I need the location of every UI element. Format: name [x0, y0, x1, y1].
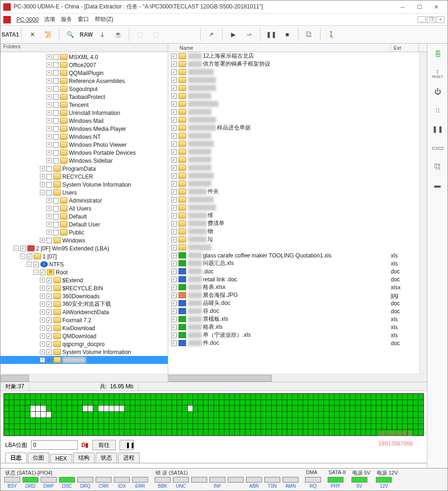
- tree-checkbox[interactable]: [53, 54, 59, 60]
- tree-checkbox[interactable]: [46, 333, 52, 339]
- tree-toggle-icon[interactable]: +: [40, 349, 45, 355]
- chip-icon[interactable]: ▬: [430, 178, 445, 193]
- tree-row[interactable]: +SogouInput: [0, 85, 168, 93]
- menu-pc3000[interactable]: PC-3000: [16, 16, 38, 23]
- list-checkbox[interactable]: [171, 109, 177, 115]
- tree-row[interactable]: +: [0, 356, 168, 364]
- list-checkbox[interactable]: [171, 213, 177, 219]
- list-row[interactable]: [168, 243, 419, 251]
- list-row[interactable]: 维: [168, 212, 419, 219]
- tab-进程[interactable]: 进程: [118, 453, 140, 463]
- list-checkbox[interactable]: [171, 173, 177, 179]
- tree-row[interactable]: +Reference Assemblies: [0, 77, 168, 85]
- tree-checkbox[interactable]: [53, 150, 59, 156]
- tree-toggle-icon[interactable]: +: [40, 166, 45, 171]
- tree-row[interactable]: +Default: [0, 212, 168, 220]
- db-refresh-icon[interactable]: 🗄: [430, 46, 445, 61]
- stack-icon[interactable]: ⿻: [430, 159, 445, 174]
- tree-row[interactable]: +QQMailPlugin: [0, 69, 168, 77]
- tree-checkbox[interactable]: [46, 302, 52, 307]
- tree-toggle-icon[interactable]: +: [46, 214, 52, 219]
- tree-checkbox[interactable]: [46, 286, 52, 291]
- list-checkbox[interactable]: [171, 221, 177, 227]
- tree-row[interactable]: +QMDownload: [0, 332, 168, 340]
- list-checkbox[interactable]: [171, 125, 177, 131]
- list-checkbox[interactable]: [171, 149, 177, 155]
- tree-toggle-icon[interactable]: +: [40, 310, 45, 315]
- mdi-close[interactable]: ×: [436, 16, 445, 23]
- tree-row[interactable]: +Windows Photo Viewer: [0, 141, 168, 149]
- tree-toggle-icon[interactable]: +: [40, 357, 45, 363]
- tree-toggle-icon[interactable]: +: [46, 222, 52, 227]
- lba-pause-button[interactable]: ❚❚: [119, 440, 134, 450]
- tab-HEX[interactable]: HEX: [50, 454, 72, 463]
- tree-toggle-icon[interactable]: +: [46, 126, 52, 131]
- script-icon[interactable]: 📜: [41, 28, 55, 42]
- skip-icon[interactable]: ⤻: [242, 28, 256, 42]
- person-icon[interactable]: 🚶: [324, 28, 338, 42]
- list-row[interactable]: 费清单: [168, 219, 419, 227]
- tree-row[interactable]: +Uninstall Information: [0, 109, 168, 117]
- tree-row[interactable]: +360安全浏览器下载: [0, 300, 168, 308]
- list-checkbox[interactable]: [171, 101, 177, 107]
- tree-row[interactable]: +$RECYCLE.BIN: [0, 284, 168, 292]
- lba-marker-icon[interactable]: D▮: [82, 442, 89, 448]
- tab-结构[interactable]: 结构: [73, 453, 95, 463]
- list-checkbox[interactable]: [171, 53, 177, 59]
- tree-row[interactable]: +System Volume Information: [0, 348, 168, 356]
- list-row[interactable]: [168, 100, 419, 108]
- raw-button[interactable]: RAW: [79, 28, 93, 42]
- tree-toggle-icon[interactable]: −: [27, 262, 32, 267]
- list-checkbox[interactable]: [171, 133, 177, 139]
- tree-toggle-icon[interactable]: +: [46, 78, 52, 83]
- tree-checkbox[interactable]: [46, 349, 52, 355]
- col-ext[interactable]: Ext: [391, 44, 419, 52]
- tree-toggle-icon[interactable]: +: [46, 230, 52, 235]
- list-checkbox[interactable]: [171, 277, 177, 282]
- tree-row[interactable]: +Foxmail 7.2: [0, 316, 168, 324]
- tree-checkbox[interactable]: [53, 198, 59, 204]
- sata-button[interactable]: SATA1: [3, 28, 17, 42]
- col-name[interactable]: Name: [177, 44, 391, 52]
- tree-checkbox[interactable]: [46, 190, 52, 196]
- tree-checkbox[interactable]: [46, 294, 52, 299]
- tree-row[interactable]: −iNTFS: [0, 260, 168, 268]
- filter-icon[interactable]: ☕: [111, 28, 125, 42]
- tree-row[interactable]: +ProgramData: [0, 165, 168, 173]
- list-row[interactable]: [168, 132, 419, 140]
- list-checkbox[interactable]: [171, 340, 177, 346]
- tree-row[interactable]: +TaobaoProtect: [0, 93, 168, 101]
- list-checkbox[interactable]: [171, 293, 177, 298]
- list-row[interactable]: 问题汇总.xls xls: [168, 259, 419, 267]
- tree-checkbox[interactable]: [53, 110, 59, 116]
- tree-row[interactable]: +qqpcmgr_docpro: [0, 340, 168, 348]
- tree-checkbox[interactable]: [53, 214, 59, 219]
- list-checkbox[interactable]: [171, 309, 177, 314]
- tree-row[interactable]: +Tencent: [0, 101, 168, 109]
- list-row[interactable]: [168, 140, 419, 148]
- list-checkbox[interactable]: [171, 301, 177, 306]
- list-checkbox[interactable]: [171, 189, 177, 195]
- vpause-icon[interactable]: ❚❚: [430, 121, 445, 136]
- close-button[interactable]: ✕: [428, 1, 445, 13]
- tree-toggle-icon[interactable]: −: [33, 270, 38, 275]
- folder-tree[interactable]: +MSXML 4.0+Office2007+QQMailPlugin+Refer…: [0, 52, 168, 374]
- tree-toggle-icon[interactable]: +: [46, 94, 52, 99]
- tree-checkbox[interactable]: [53, 62, 59, 68]
- tree-checkbox[interactable]: [53, 70, 59, 76]
- tab-位图[interactable]: 位图: [28, 453, 49, 463]
- block-icon[interactable]: ▭▭: [430, 140, 445, 155]
- tree-row[interactable]: +Windows: [0, 236, 168, 244]
- list-checkbox[interactable]: [171, 157, 177, 163]
- menu-window[interactable]: 窗口: [78, 15, 89, 23]
- tree-toggle-icon[interactable]: +: [40, 325, 45, 331]
- list-checkbox[interactable]: [171, 181, 177, 187]
- signal-icon[interactable]: ⎍: [430, 103, 445, 118]
- tree-checkbox[interactable]: [27, 254, 32, 259]
- list-row[interactable]: 件.doc doc: [168, 339, 419, 347]
- tree-checkbox[interactable]: [53, 126, 59, 132]
- list-row[interactable]: 物: [168, 227, 419, 235]
- list-row[interactable]: 12上海家乐福古北店: [168, 52, 419, 60]
- tree-row[interactable]: +AliWorkbenchData: [0, 308, 168, 316]
- tree-checkbox[interactable]: [46, 357, 52, 363]
